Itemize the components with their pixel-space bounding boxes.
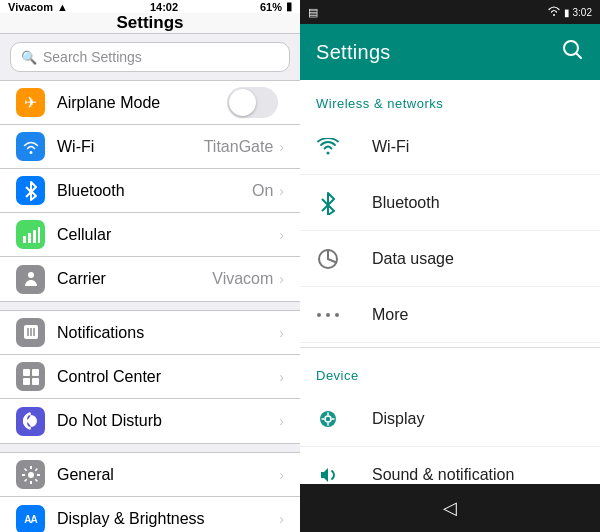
svg-rect-3 [28,233,31,243]
android-time: 3:02 [573,7,592,18]
display-brightness-chevron: › [279,511,284,527]
android-toolbar: Settings [300,24,600,80]
cellular-icon [16,220,45,249]
wifi-value: TitanGate [204,138,274,156]
wifi-icon [16,132,45,161]
android-more-label: More [372,306,584,324]
dnd-icon [16,407,45,436]
dnd-chevron: › [279,413,284,429]
android-display-label: Display [372,410,584,428]
android-display-row[interactable]: Display [300,391,600,447]
android-sound-row[interactable]: Sound & notification [300,447,600,484]
android-display-icon [316,407,340,431]
ios-wifi-icon: ▲ [57,1,68,13]
android-device-header: Device [300,352,600,391]
android-data-usage-icon [316,247,340,271]
ios-battery-percent: 61% [260,1,282,13]
bluetooth-icon [16,176,45,205]
general-label: General [57,466,279,484]
carrier-chevron: › [279,271,284,287]
android-data-usage-label: Data usage [372,250,584,268]
ios-general-row[interactable]: General › [0,453,300,497]
search-icon: 🔍 [21,50,37,65]
android-wifi-status [547,5,561,19]
android-bluetooth-label: Bluetooth [372,194,584,212]
svg-point-6 [28,272,34,278]
ios-time: 14:02 [150,1,178,13]
android-more-row[interactable]: More [300,287,600,343]
ios-search-bar: 🔍 Search Settings [0,34,300,80]
android-nav-bar: ◁ [300,484,600,532]
svg-point-23 [335,313,339,317]
svg-rect-4 [33,230,36,243]
bluetooth-label: Bluetooth [57,182,252,200]
ios-cellular-row[interactable]: Cellular › [0,213,300,257]
ios-carrier-label: Vivacom [8,1,53,13]
ios-navbar-title: Settings [116,13,183,33]
ios-bluetooth-row[interactable]: Bluetooth On › [0,169,300,213]
android-wifi-row[interactable]: Wi-Fi [300,119,600,175]
android-content: Wireless & networks Wi-Fi Blue [300,80,600,484]
ios-battery-icon: ▮ [286,0,292,13]
notifications-icon [16,318,45,347]
android-section-divider [300,347,600,348]
ios-wifi-row[interactable]: Wi-Fi TitanGate › [0,125,300,169]
general-icon [16,460,45,489]
ios-notifications-row[interactable]: Notifications › [0,311,300,355]
ios-connectivity-group: ✈ Airplane Mode Wi-Fi TitanGate › [0,80,300,302]
general-chevron: › [279,467,284,483]
ios-navbar: Settings [0,13,300,34]
wifi-chevron: › [279,139,284,155]
android-wifi-label: Wi-Fi [372,138,584,156]
android-toolbar-title: Settings [316,41,391,64]
ios-display-row[interactable]: AA Display & Brightness › [0,497,300,532]
svg-rect-11 [23,369,30,376]
android-bluetooth-row[interactable]: Bluetooth [300,175,600,231]
android-panel: ▤ ▮ 3:02 Settings Wireless & networks [300,0,600,532]
carrier-label: Carrier [57,270,212,288]
notifications-chevron: › [279,325,284,341]
wifi-label: Wi-Fi [57,138,204,156]
control-center-icon [16,362,45,391]
ios-system-group: Notifications › Control Center › [0,310,300,444]
android-status-left-icon: ▤ [308,6,318,19]
ios-search-placeholder: Search Settings [43,49,142,65]
bluetooth-value: On [252,182,273,200]
android-wifi-icon [316,135,340,159]
svg-point-21 [317,313,321,317]
ios-general-group: General › AA Display & Brightness › [0,452,300,532]
airplane-mode-toggle[interactable] [227,87,278,118]
android-sound-label: Sound & notification [372,466,584,484]
svg-rect-12 [32,369,39,376]
svg-rect-14 [32,378,39,385]
airplane-mode-icon: ✈ [16,88,45,117]
cellular-chevron: › [279,227,284,243]
android-more-icon [316,303,340,327]
dnd-label: Do Not Disturb [57,412,279,430]
cellular-label: Cellular [57,226,279,244]
carrier-icon [16,265,45,294]
android-data-usage-row[interactable]: Data usage [300,231,600,287]
control-center-chevron: › [279,369,284,385]
android-back-button[interactable]: ◁ [438,496,462,520]
ios-dnd-row[interactable]: Do Not Disturb › [0,399,300,443]
svg-rect-5 [38,227,40,243]
display-brightness-icon: AA [16,505,45,533]
android-wireless-header: Wireless & networks [300,80,600,119]
carrier-value: Vivacom [212,270,273,288]
android-search-button[interactable] [560,37,584,67]
toggle-knob [229,89,256,116]
android-sound-icon [316,463,340,485]
ios-panel: Vivacom ▲ 14:02 61% ▮ Settings 🔍 Search … [0,0,300,532]
android-bluetooth-icon [316,191,340,215]
ios-search-inner[interactable]: 🔍 Search Settings [10,42,290,72]
notifications-label: Notifications [57,324,279,342]
svg-point-22 [326,313,330,317]
android-statusbar: ▤ ▮ 3:02 [300,0,600,24]
bluetooth-chevron: › [279,183,284,199]
ios-carrier-row[interactable]: Carrier Vivacom › [0,257,300,301]
ios-airplane-mode-row[interactable]: ✈ Airplane Mode [0,81,300,125]
android-battery-status: ▮ [564,7,570,18]
control-center-label: Control Center [57,368,279,386]
ios-control-center-row[interactable]: Control Center › [0,355,300,399]
